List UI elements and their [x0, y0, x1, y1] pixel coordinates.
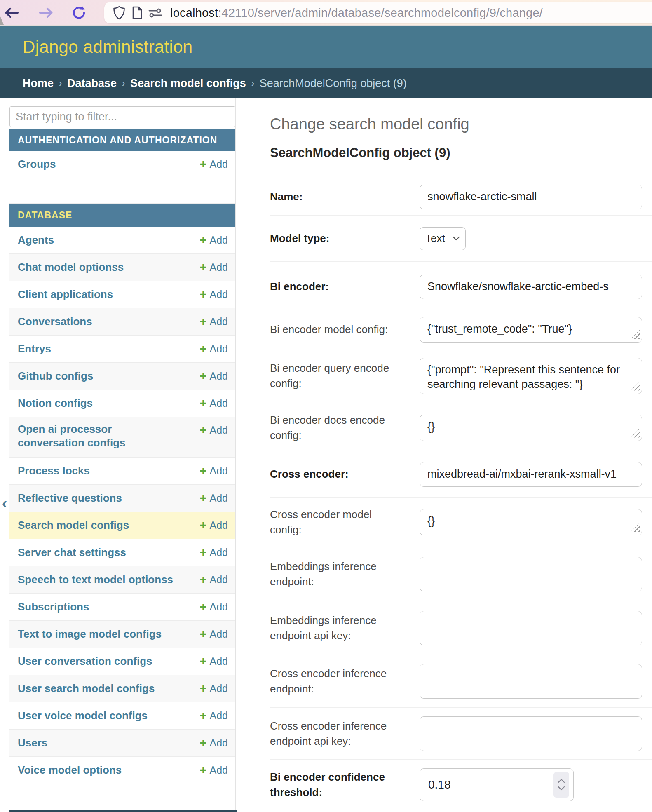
- user-conversation-configs-link[interactable]: User conversation configs: [18, 655, 152, 668]
- sidebar-item-user-search-model-configs: User search model configs +Add: [9, 675, 235, 702]
- sidebar-item-user-conversation-configs: User conversation configs +Add: [9, 648, 235, 675]
- sidebar-item-users: Users +Add: [9, 730, 235, 757]
- forward-arrow-icon: [38, 6, 54, 19]
- reflective-questions-link[interactable]: Reflective questions: [18, 491, 122, 505]
- plus-icon: +: [200, 289, 207, 300]
- embeddings-inference-endpoint-input[interactable]: [420, 557, 642, 591]
- sidebar-item-github-configs: Github configs +Add: [9, 363, 235, 390]
- process-locks-add-link[interactable]: +Add: [200, 465, 228, 477]
- model-type-select[interactable]: Text: [420, 227, 466, 250]
- cross-encoder-label: Cross encoder:: [270, 467, 412, 481]
- sidebar-item-conversations: Conversations +Add: [9, 308, 235, 336]
- agents-add-link[interactable]: +Add: [200, 234, 228, 246]
- groups-link[interactable]: Groups: [18, 157, 56, 171]
- user-voice-model-configs-link[interactable]: User voice model configs: [18, 709, 148, 723]
- voice-model-options-link[interactable]: Voice model options: [18, 763, 122, 777]
- plus-icon: +: [200, 519, 207, 531]
- bi-encoder-input[interactable]: [420, 275, 642, 299]
- cross-encoder-inference-endpoint-api-key-input[interactable]: [420, 716, 642, 751]
- open-ai-processor-conversation-configs-link[interactable]: Open ai processor conversation configs: [18, 422, 154, 449]
- user-search-model-configs-link[interactable]: User search model configs: [18, 682, 155, 695]
- search-model-configs-add-link[interactable]: +Add: [200, 519, 228, 531]
- url-path: :42110/server/admin/database/searchmodel…: [218, 6, 543, 19]
- sidebar-spacer-row: [9, 178, 235, 204]
- notion-configs-link[interactable]: Notion configs: [18, 397, 93, 410]
- client-applications-link[interactable]: Client applications: [18, 288, 113, 301]
- number-stepper[interactable]: [553, 772, 569, 798]
- users-link[interactable]: Users: [18, 736, 47, 750]
- plus-icon: +: [200, 465, 207, 477]
- speech-to-text-model-optionss-add-link[interactable]: +Add: [200, 574, 228, 586]
- plus-icon: +: [200, 710, 207, 722]
- server-chat-settingss-add-link[interactable]: +Add: [200, 547, 228, 559]
- conversations-link[interactable]: Conversations: [18, 315, 92, 329]
- entrys-link[interactable]: Entrys: [18, 342, 51, 356]
- conversations-add-link[interactable]: +Add: [200, 316, 228, 328]
- sidebar-item-search-model-configs-selected: Search model configs +Add: [9, 512, 235, 539]
- bi-encoder-docs-encode-config-textarea[interactable]: {}: [420, 415, 642, 441]
- voice-model-options-add-link[interactable]: +Add: [200, 764, 228, 776]
- chat-model-optionss-link[interactable]: Chat model optionss: [18, 260, 124, 274]
- user-search-model-configs-add-link[interactable]: +Add: [200, 683, 228, 695]
- github-configs-link[interactable]: Github configs: [18, 369, 93, 383]
- chat-model-optionss-add-link[interactable]: +Add: [200, 261, 228, 273]
- embeddings-inference-endpoint-api-key-input[interactable]: [420, 611, 642, 645]
- groups-add-link[interactable]: +Add: [200, 158, 228, 170]
- bi-encoder-confidence-threshold-input[interactable]: 0.18: [420, 768, 574, 801]
- embeddings-inference-endpoint-api-key-label: Embeddings inference endpoint api key:: [270, 613, 412, 643]
- sidebar-item-voice-model-options: Voice model options +Add: [9, 757, 235, 784]
- sidebar-filter-input[interactable]: [9, 106, 235, 127]
- user-conversation-configs-add-link[interactable]: +Add: [200, 655, 228, 667]
- browser-forward-button[interactable]: [38, 6, 54, 20]
- bi-encoder-model-config-textarea[interactable]: {"trust_remote_code": "True"}: [420, 317, 642, 343]
- sidebar-collapse-toggle[interactable]: ‹: [0, 494, 9, 513]
- django-administration-title[interactable]: Django administration: [23, 37, 193, 57]
- breadcrumb-database[interactable]: Database: [67, 77, 117, 90]
- reflective-questions-add-link[interactable]: +Add: [200, 492, 228, 504]
- name-input[interactable]: [420, 185, 642, 209]
- breadcrumb-current: SearchModelConfig object (9): [260, 77, 407, 90]
- github-configs-add-link[interactable]: +Add: [200, 370, 228, 382]
- sidebar-item-user-voice-model-configs: User voice model configs +Add: [9, 702, 235, 730]
- cross-encoder-input[interactable]: [420, 462, 642, 487]
- browser-reload-button[interactable]: [71, 6, 87, 20]
- server-chat-settingss-link[interactable]: Server chat settingss: [18, 546, 126, 559]
- client-applications-add-link[interactable]: +Add: [200, 289, 228, 300]
- sidebar-item-chat-model-optionss: Chat model optionss +Add: [9, 254, 235, 281]
- bi-encoder-query-encode-config-label: Bi encoder query encode config:: [270, 361, 412, 391]
- text-to-image-model-configs-add-link[interactable]: +Add: [200, 628, 228, 640]
- subscriptions-add-link[interactable]: +Add: [200, 601, 228, 613]
- plus-icon: +: [200, 424, 207, 436]
- users-add-link[interactable]: +Add: [200, 737, 228, 749]
- bi-encoder-label: Bi encoder:: [270, 279, 412, 294]
- speech-to-text-model-optionss-link[interactable]: Speech to text model optionss: [18, 573, 173, 587]
- breadcrumb-search-model-configs[interactable]: Search model configs: [130, 77, 246, 90]
- cross-encoder-inference-endpoint-input[interactable]: [420, 664, 642, 699]
- cross-encoder-model-config-textarea[interactable]: {}: [420, 509, 642, 535]
- sidebar-item-text-to-image-model-configs: Text to image model configs +Add: [9, 621, 235, 648]
- url-bar[interactable]: localhost:42110/server/admin/database/se…: [104, 2, 652, 23]
- text-to-image-model-configs-link[interactable]: Text to image model configs: [18, 627, 162, 641]
- section-database-caption: DATABASE: [9, 204, 235, 227]
- bi-encoder-query-encode-config-textarea[interactable]: {"prompt": "Represent this sentence for …: [420, 358, 642, 394]
- shield-icon[interactable]: [110, 4, 128, 22]
- notion-configs-add-link[interactable]: +Add: [200, 397, 228, 409]
- search-model-configs-link[interactable]: Search model configs: [18, 519, 129, 532]
- page-info-icon[interactable]: [128, 4, 146, 22]
- user-voice-model-configs-add-link[interactable]: +Add: [200, 710, 228, 722]
- field-row-bi-encoder: Bi encoder:: [270, 262, 652, 312]
- sidebar-item-speech-to-text-model-optionss: Speech to text model optionss +Add: [9, 566, 235, 594]
- open-ai-processor-conversation-configs-add-link[interactable]: +Add: [200, 424, 228, 436]
- sidebar-item-open-ai-processor-conversation-configs: Open ai processor conversation configs +…: [9, 417, 235, 458]
- process-locks-link[interactable]: Process locks: [18, 464, 90, 478]
- breadcrumb-home[interactable]: Home: [23, 77, 54, 90]
- field-row-model-type: Model type: Text: [270, 216, 652, 262]
- agents-link[interactable]: Agents: [18, 233, 54, 247]
- browser-back-button[interactable]: [3, 6, 20, 20]
- cross-encoder-inference-endpoint-api-key-label: Cross encoder inference endpoint api key…: [270, 718, 412, 749]
- subscriptions-link[interactable]: Subscriptions: [18, 600, 89, 614]
- entrys-add-link[interactable]: +Add: [200, 343, 228, 355]
- permissions-icon[interactable]: [146, 4, 164, 22]
- sidebar-item-agents: Agents +Add: [9, 227, 235, 254]
- plus-icon: +: [200, 261, 207, 273]
